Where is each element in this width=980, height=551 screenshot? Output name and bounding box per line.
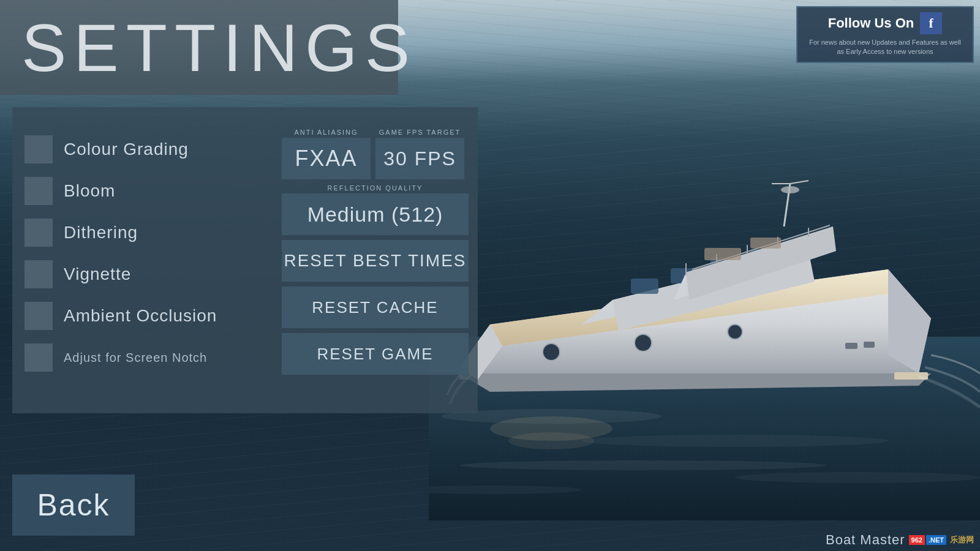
svg-point-2 (582, 435, 888, 447)
reflection-group: REFLECTION QUALITY Medium (512) (282, 184, 469, 235)
svg-rect-26 (704, 248, 741, 260)
title-bar: SETTINGS (0, 0, 398, 95)
watermark-badge: 962 .NET (909, 535, 946, 545)
controls-column: ANTI ALIASING FXAA GAME FPS TARGET 30 FP… (276, 119, 478, 384)
anti-aliasing-button[interactable]: FXAA (282, 138, 371, 179)
svg-line-18 (790, 181, 809, 184)
reset-best-times-button[interactable]: Reset Best Times (282, 240, 469, 282)
svg-point-3 (459, 460, 827, 470)
reflection-label: REFLECTION QUALITY (282, 184, 469, 192)
svg-point-20 (543, 343, 560, 361)
reflection-button[interactable]: Medium (512) (282, 193, 469, 235)
svg-rect-27 (750, 238, 781, 249)
social-header: Follow Us On f (828, 12, 943, 34)
fps-group: GAME FPS TARGET 30 FPS (375, 129, 464, 179)
screen-notch-toggle[interactable] (24, 343, 53, 372)
svg-point-21 (635, 334, 652, 351)
screen-notch-label: Adjust for Screen Notch (64, 351, 207, 365)
fps-button[interactable]: 30 FPS (375, 138, 464, 179)
watermark-text: Boat Master (826, 532, 905, 548)
back-button[interactable]: Back (12, 474, 135, 536)
badge-962: 962 (909, 535, 925, 545)
yacht-illustration (429, 61, 980, 520)
settings-panel: Colour Grading Bloom Dithering Vignette … (12, 107, 478, 413)
dithering-toggle[interactable] (24, 219, 53, 247)
svg-point-5 (735, 472, 980, 483)
page-title: SETTINGS (21, 14, 417, 81)
svg-rect-24 (864, 342, 875, 348)
svg-point-29 (508, 432, 594, 449)
social-panel: Follow Us On f For news about new Update… (796, 6, 974, 63)
social-subtitle: For news about new Updates and Features … (805, 38, 965, 57)
svg-rect-23 (845, 343, 858, 349)
top-controls-row: ANTI ALIASING FXAA GAME FPS TARGET 30 FP… (282, 129, 469, 179)
svg-rect-6 (631, 279, 658, 294)
badge-game: 乐游网 (950, 534, 974, 545)
anti-aliasing-group: ANTI ALIASING FXAA (282, 129, 371, 179)
badge-net: .NET (926, 535, 946, 545)
toggle-list: Colour Grading Bloom Dithering Vignette … (12, 119, 276, 388)
dithering-label: Dithering (64, 223, 138, 242)
facebook-icon[interactable]: f (920, 12, 942, 34)
vignette-label: Vignette (64, 264, 131, 284)
svg-point-22 (728, 324, 742, 339)
anti-aliasing-label: ANTI ALIASING (282, 129, 371, 136)
watermark: Boat Master 962 .NET 乐游网 (826, 532, 974, 548)
ambient-occlusion-label: Ambient Occlusion (64, 306, 217, 326)
colour-grading-label: Colour Grading (64, 140, 189, 159)
vignette-toggle[interactable] (24, 260, 53, 288)
screen-notch-item[interactable]: Adjust for Screen Notch (12, 337, 276, 378)
bloom-toggle[interactable] (24, 177, 53, 205)
social-title: Follow Us On (828, 15, 914, 31)
colour-grading-toggle[interactable] (24, 135, 53, 163)
svg-point-19 (781, 186, 799, 193)
ambient-occlusion-item[interactable]: Ambient Occlusion (12, 295, 276, 337)
reset-cache-button[interactable]: RESET CACHE (282, 287, 469, 328)
vignette-item[interactable]: Vignette (12, 253, 276, 295)
ambient-occlusion-toggle[interactable] (24, 302, 53, 330)
fps-label: GAME FPS TARGET (375, 129, 464, 136)
dithering-item[interactable]: Dithering (12, 212, 276, 253)
bloom-label: Bloom (64, 181, 115, 201)
bloom-item[interactable]: Bloom (12, 170, 276, 212)
reset-game-button[interactable]: RESET GAME (282, 333, 469, 375)
settings-inner: Colour Grading Bloom Dithering Vignette … (12, 119, 478, 401)
colour-grading-item[interactable]: Colour Grading (12, 129, 276, 170)
